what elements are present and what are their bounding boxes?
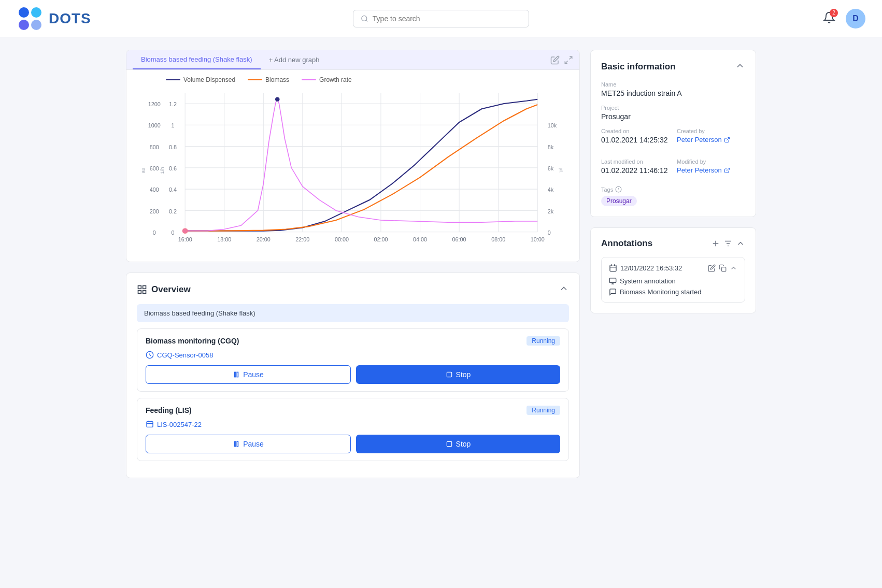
svg-text:1/h: 1/h — [159, 167, 165, 174]
info-modified-by-link[interactable]: Peter Peterson — [677, 166, 745, 174]
svg-text:6k: 6k — [548, 165, 554, 171]
process-label: Biomass based feeding (Shake flask) — [137, 304, 569, 322]
svg-text:au: au — [140, 168, 146, 173]
svg-point-0 — [19, 7, 29, 18]
collapse-annotation-icon[interactable] — [730, 264, 737, 272]
svg-text:1000: 1000 — [148, 123, 161, 129]
info-modified-on-field: Last modified on 01.02.2022 11:46:12 — [601, 159, 670, 175]
svg-text:04:00: 04:00 — [413, 237, 427, 243]
overview-title: Overview — [137, 284, 191, 295]
filter-annotation-icon[interactable] — [723, 239, 733, 248]
basic-info-header: Basic information — [601, 61, 745, 73]
info-created-on-label: Created on — [601, 128, 670, 134]
app-header: DOTS 2 D — [0, 0, 882, 37]
info-created-by-link[interactable]: Peter Peterson — [677, 136, 745, 144]
svg-text:0.2: 0.2 — [169, 208, 177, 214]
chevron-up-icon-2 — [735, 61, 745, 71]
biomass-pause-label: Pause — [243, 370, 264, 379]
search-input[interactable] — [373, 15, 521, 23]
stop-icon — [446, 371, 453, 378]
svg-point-2 — [19, 20, 29, 30]
annotation-message-row: Biomass Monitoring started — [609, 288, 737, 296]
svg-text:06:00: 06:00 — [452, 237, 466, 243]
svg-text:22:00: 22:00 — [295, 237, 309, 243]
info-name-field: Name MET25 induction strain A — [601, 81, 745, 97]
main-content: Biomass based feeding (Shake flask) + Ad… — [109, 37, 773, 491]
notification-button[interactable]: 2 — [823, 11, 835, 26]
svg-text:0.4: 0.4 — [169, 187, 177, 193]
overview-icon — [137, 284, 147, 295]
svg-point-60 — [275, 97, 280, 102]
left-panel: Biomass based feeding (Shake flask) + Ad… — [126, 50, 580, 478]
annotation-type: System annotation — [609, 277, 737, 285]
svg-rect-64 — [138, 291, 141, 294]
right-panel: Basic information Name MET25 induction s… — [590, 50, 756, 478]
overview-collapse-btn[interactable] — [559, 283, 569, 296]
tags-area: Tags Prosugar — [601, 186, 745, 206]
module-feeding-sensor[interactable]: LIS-002547-22 — [146, 420, 560, 428]
chevron-up-icon-3[interactable] — [736, 239, 745, 248]
svg-rect-86 — [610, 265, 616, 271]
legend-volume-line — [166, 79, 180, 80]
monitor-icon — [609, 277, 617, 285]
stop-icon-2 — [446, 440, 453, 448]
calendar-icon — [609, 264, 617, 272]
overview-title-text: Overview — [151, 284, 191, 295]
svg-text:00:00: 00:00 — [335, 237, 349, 243]
annotation-item: 12/01/2022 16:53:32 System annotation Bi… — [601, 257, 745, 303]
svg-text:600: 600 — [150, 165, 159, 171]
dots-logo-icon — [17, 5, 44, 32]
module-feeding-actions: Pause Stop — [146, 435, 560, 453]
info-grid: Created on 01.02.2021 14:25:32 Created b… — [601, 128, 745, 182]
user-avatar[interactable]: D — [846, 9, 865, 28]
logo-area: DOTS — [17, 5, 91, 32]
feeding-pause-button[interactable]: Pause — [146, 435, 351, 453]
svg-rect-91 — [609, 278, 616, 283]
svg-text:10:00: 10:00 — [531, 237, 545, 243]
add-graph-button[interactable]: + Add new graph — [261, 51, 328, 69]
fullscreen-icon[interactable] — [564, 55, 573, 65]
search-bar[interactable] — [353, 10, 529, 27]
edit-annotation-icon[interactable] — [708, 264, 716, 272]
svg-text:8k: 8k — [548, 144, 554, 150]
svg-rect-90 — [722, 267, 726, 271]
svg-text:200: 200 — [150, 208, 159, 214]
svg-rect-61 — [138, 286, 141, 289]
svg-line-77 — [727, 168, 730, 171]
svg-text:08:00: 08:00 — [491, 237, 505, 243]
graph-tab-biomass[interactable]: Biomass based feeding (Shake flask) — [133, 50, 261, 69]
svg-rect-67 — [237, 372, 238, 377]
pause-icon — [233, 371, 240, 378]
info-icon — [615, 186, 622, 193]
legend-volume-label: Volume Dispensed — [183, 76, 235, 83]
svg-text:0: 0 — [171, 230, 174, 236]
info-name-value: MET25 induction strain A — [601, 89, 745, 97]
svg-text:20:00: 20:00 — [257, 237, 271, 243]
svg-rect-62 — [143, 286, 146, 289]
chart-svg-element: 0 200 400 600 800 1000 1200 au 0 0.2 0.4… — [135, 88, 571, 253]
pause-icon-2 — [233, 440, 240, 448]
annotation-type-label: System annotation — [620, 277, 676, 285]
biomass-pause-button[interactable]: Pause — [146, 365, 351, 384]
add-annotation-icon[interactable] — [711, 239, 720, 248]
info-created-on-field: Created on 01.02.2021 14:25:32 — [601, 128, 670, 144]
chart-legend: Volume Dispensed Biomass Growth rate — [166, 76, 571, 83]
svg-rect-68 — [447, 372, 451, 377]
edit-icon[interactable] — [550, 55, 560, 65]
module-biomass-title: Biomass monitoring (CGQ) — [146, 337, 239, 345]
legend-growth: Growth rate — [302, 76, 352, 83]
external-link-icon — [724, 137, 730, 143]
chart-svg: 0 200 400 600 800 1000 1200 au 0 0.2 0.4… — [135, 88, 571, 253]
svg-point-59 — [182, 228, 188, 233]
lis-sensor-label: LIS-002547-22 — [157, 421, 202, 428]
basic-info-collapse-btn[interactable] — [735, 61, 745, 73]
basic-info-card: Basic information Name MET25 induction s… — [590, 50, 756, 217]
svg-text:0: 0 — [548, 230, 551, 236]
svg-text:18:00: 18:00 — [217, 237, 231, 243]
copy-annotation-icon[interactable] — [719, 264, 727, 272]
biomass-stop-button[interactable]: Stop — [356, 365, 560, 384]
info-created-by-field: Created by Peter Peterson — [677, 128, 745, 144]
module-biomass-sensor[interactable]: CGQ-Sensor-0058 — [146, 351, 560, 359]
feeding-pause-label: Pause — [243, 440, 264, 448]
feeding-stop-button[interactable]: Stop — [356, 435, 560, 453]
